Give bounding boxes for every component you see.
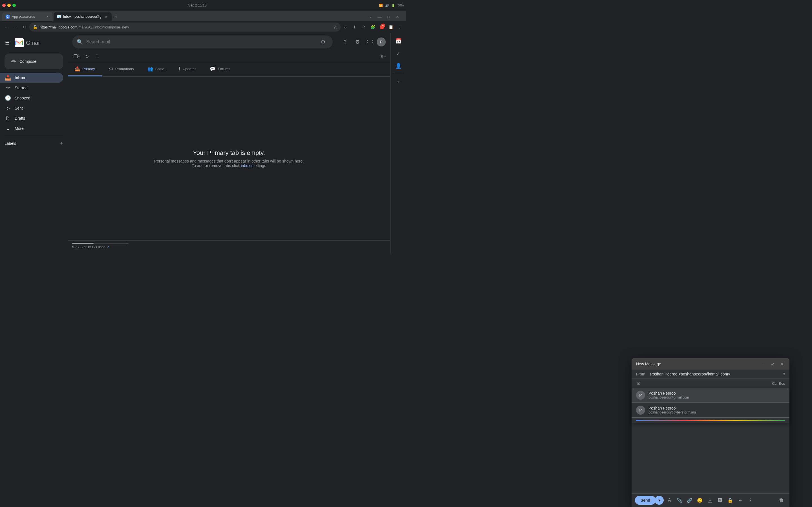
inbox-tabs: 📥 Primary 🏷 Promotions 👥 Social ℹ Update… — [68, 62, 390, 76]
more-tools-button[interactable]: ⋮ — [396, 23, 404, 31]
volume-icon: 🔊 — [385, 4, 389, 7]
tab-primary[interactable]: 📥 Primary — [68, 62, 102, 76]
apps-button[interactable]: ⋮⋮ — [364, 36, 375, 48]
tasks-sidebar-icon[interactable]: ✓ — [393, 48, 404, 59]
tab-dropdown-button[interactable]: ⌄ — [366, 13, 374, 21]
clock-icon: 🕐 — [4, 95, 11, 101]
browser-titlebar: Sep 2 11:13 📶 🔊 🔋 50% — [0, 0, 406, 11]
empty-inbox-desc2-prefix: To add or remove tabs click — [192, 163, 241, 168]
minimize-window-button[interactable]: — — [375, 13, 384, 21]
toolbar-actions: ▾ ↻ ⋮ — [70, 51, 104, 62]
compose-button[interactable]: ✏ Compose — [4, 54, 63, 69]
sidebar-divider — [4, 136, 63, 136]
browser-tab-2[interactable]: 📧 Inbox - poshanpeeroo@g ✕ — [54, 12, 112, 21]
restore-window-button[interactable]: □ — [385, 13, 393, 21]
browser-status-icons: 📶 🔊 🔋 50% — [379, 4, 404, 7]
search-icon: 🔍 — [77, 39, 83, 45]
inbox-icon: 📥 — [4, 75, 11, 81]
gmail-search-row: 🔍 ⚙ ? ⚙ ⋮⋮ P — [68, 33, 390, 51]
browser-datetime: Sep 2 11:13 — [18, 3, 377, 7]
labels-title: Labels — [4, 141, 16, 146]
address-bar[interactable]: 🔒 https://mail.google.com/mail/u/0/#inbo… — [29, 22, 341, 32]
storage-text-row: 5.7 GB of 15 GB used ↗ — [72, 245, 386, 249]
tab-1-close-button[interactable]: ✕ — [45, 14, 50, 19]
close-window-button[interactable]: ✕ — [394, 13, 402, 21]
search-bar[interactable]: 🔍 ⚙ — [72, 36, 333, 48]
forward-button[interactable]: → — [11, 23, 19, 31]
sidebar-item-drafts[interactable]: 🗋 Drafts — [0, 113, 63, 123]
help-button[interactable]: ? — [340, 36, 351, 48]
sidebar-sent-label: Sent — [15, 106, 59, 110]
add-label-button[interactable]: + — [60, 140, 63, 147]
compose-edit-icon: ✏ — [11, 58, 16, 65]
storage-progress-background — [72, 243, 129, 244]
gmail-m-icon — [15, 38, 24, 47]
updates-tab-icon: ℹ — [179, 66, 181, 71]
notification-badge: 17 — [381, 24, 385, 27]
back-button[interactable]: ← — [2, 23, 10, 31]
tab-social[interactable]: 👥 Social — [141, 62, 172, 76]
add-sidebar-addon-button[interactable]: + — [393, 76, 404, 88]
browser-toolbar-icons: 🛡 ⬇ P 🧩 🔴 17 📋 ⋮ — [342, 23, 404, 31]
gmail-container: ☰ Gmail ✏ Compose 📥 Inbox — [0, 33, 406, 253]
minimize-traffic-light[interactable] — [7, 4, 11, 7]
download-icon[interactable]: ⬇ — [351, 23, 359, 31]
sidebar-item-sent[interactable]: ▷ Sent — [0, 103, 63, 113]
extensions-icon[interactable]: 🧩 — [369, 23, 377, 31]
browser-tab-1[interactable]: G App passwords ✕ — [2, 12, 53, 21]
sidebar: ☰ Gmail ✏ Compose 📥 Inbox — [0, 33, 68, 253]
select-dropdown-icon[interactable]: ▾ — [78, 54, 80, 58]
empty-inbox-desc2: To add or remove tabs click inbox s etti… — [192, 163, 266, 168]
new-tab-button[interactable]: + — [112, 13, 120, 21]
tab-updates[interactable]: ℹ Updates — [172, 62, 203, 76]
gmail-logo: Gmail — [15, 38, 41, 47]
sidebar-inbox-label: Inbox — [15, 75, 59, 80]
main-content: 🔍 ⚙ ? ⚙ ⋮⋮ P ▾ ↻ ⋮ — [68, 33, 390, 253]
reload-button[interactable]: ↻ — [20, 23, 28, 31]
empty-inbox-title: Your Primary tab is empty. — [193, 149, 265, 157]
settings-button[interactable]: ⚙ — [352, 36, 363, 48]
sidebar-item-snoozed[interactable]: 🕐 Snoozed — [0, 93, 63, 103]
search-filter-button[interactable]: ⚙ — [318, 37, 328, 47]
bookmark-icon[interactable]: ☆ — [333, 24, 337, 30]
empty-inbox-desc1: Personal messages and messages that don'… — [154, 159, 304, 163]
hamburger-menu-button[interactable]: ☰ — [2, 38, 12, 48]
tab-2-close-button[interactable]: ✕ — [104, 14, 108, 19]
header-right-icons: ? ⚙ ⋮⋮ P — [340, 36, 386, 48]
contacts-sidebar-icon[interactable]: 👤 — [393, 60, 404, 71]
refresh-button[interactable]: ↻ — [82, 52, 91, 61]
tab-bar-controls: ⌄ — □ ✕ — [366, 13, 404, 21]
notifications-icon[interactable]: 🔴 17 — [378, 23, 386, 31]
shield-icon[interactable]: 🛡 — [342, 23, 350, 31]
profile-avatar[interactable]: P — [377, 38, 386, 47]
right-sidebar: 📅 ✓ 👤 + — [390, 33, 406, 253]
storage-manage-link[interactable]: ↗ — [107, 245, 110, 249]
history-icon[interactable]: 📋 — [387, 23, 395, 31]
close-traffic-light[interactable] — [2, 4, 6, 7]
sidebar-item-inbox[interactable]: 📥 Inbox — [0, 73, 63, 83]
address-bar-row: ← → ↻ 🔒 https://mail.google.com/mail/u/0… — [0, 21, 406, 33]
passwords-icon[interactable]: P — [360, 23, 368, 31]
calendar-sidebar-icon[interactable]: 📅 — [393, 36, 404, 47]
sidebar-item-more[interactable]: ⌄ More — [0, 123, 63, 133]
inbox-view-label: ⊞ — [380, 54, 383, 58]
inbox-toolbar: ▾ ↻ ⋮ ⊞ ▾ — [68, 51, 390, 62]
updates-tab-label: Updates — [183, 67, 196, 71]
sidebar-item-starred[interactable]: ☆ Starred — [0, 83, 63, 93]
battery-icon: 🔋 — [391, 4, 395, 7]
tab-forums[interactable]: 💬 Forums — [203, 62, 237, 76]
sidebar-snoozed-label: Snoozed — [15, 96, 59, 100]
security-icon: 🔒 — [33, 25, 38, 29]
promotions-tab-icon: 🏷 — [109, 66, 113, 71]
more-options-button[interactable]: ⋮ — [93, 52, 101, 61]
select-checkbox-button[interactable]: ▾ — [72, 52, 81, 61]
maximize-traffic-light[interactable] — [12, 4, 16, 7]
inbox-settings-link[interactable]: inbox s — [241, 163, 253, 168]
tab-promotions[interactable]: 🏷 Promotions — [102, 62, 141, 76]
search-input[interactable] — [86, 40, 315, 45]
labels-header[interactable]: Labels + — [0, 138, 68, 149]
tab-1-title: App passwords — [12, 15, 43, 18]
wifi-icon: 📶 — [379, 4, 383, 7]
inbox-view-button[interactable]: ⊞ ▾ — [378, 53, 388, 59]
drafts-icon: 🗋 — [4, 115, 11, 121]
